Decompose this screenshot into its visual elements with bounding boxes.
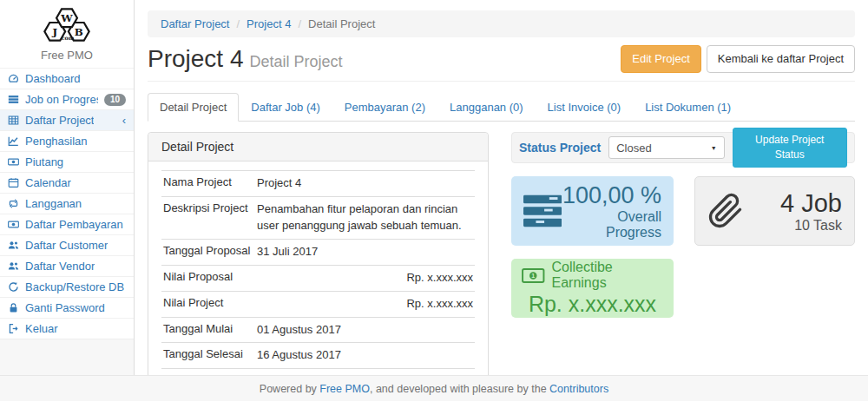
job-text: 4 Job 10 Task (780, 189, 842, 234)
table-row: Tanggal Mulai 01 Agustus 2017 (161, 317, 475, 343)
tab-list-invoice[interactable]: List Invoice (0) (536, 93, 634, 122)
sidebar-item-piutang[interactable]: Piutang (0, 151, 134, 172)
sidebar-item-ganti-password[interactable]: Ganti Password (0, 297, 134, 318)
tab-pembayaran[interactable]: Pembayaran (2) (332, 93, 437, 122)
sidebar-item-label: Daftar Vendor (25, 260, 95, 273)
sidebar-item-dashboard[interactable]: Dashboard (0, 68, 134, 89)
line-chart-icon (8, 135, 19, 147)
sign-out-icon (8, 323, 19, 334)
right-column: Status Project Closed ▼ Update Project S… (511, 132, 855, 375)
sidebar-item-label: Keluar (25, 322, 58, 335)
breadcrumb-project-4[interactable]: Project 4 (247, 17, 291, 30)
dashboard-icon (8, 73, 19, 84)
collectible-earnings-card: 1 Collectibe Earnings Rp. x.xxx.xxx (511, 259, 674, 318)
sidebar-item-label: Job on Progress (25, 93, 98, 106)
status-select[interactable]: Closed ▼ (608, 136, 724, 159)
earnings-value: Rp. x.xxx.xxx (520, 292, 665, 317)
users-icon (8, 260, 19, 272)
page-title: Project 4 (148, 45, 244, 72)
sidebar-item-langganan[interactable]: Langganan (0, 193, 134, 214)
sidebar-item-keluar[interactable]: Keluar (0, 318, 134, 339)
progress-text: 100,00 % Overall Progress (562, 182, 661, 240)
contributors-link[interactable]: Contributors (549, 383, 608, 395)
sidebar-item-label: Piutang (25, 155, 63, 168)
jwb-logo-icon: J W B .com (30, 6, 104, 44)
retweet-icon (8, 198, 19, 209)
summary-cards: 100,00 % Overall Progress 4 Job 10 Task (511, 176, 855, 246)
svg-text:B: B (75, 26, 83, 38)
sidebar-item-job-on-progress[interactable]: Job on Progress 10 (0, 89, 134, 109)
edit-project-button[interactable]: Edit Project (621, 45, 700, 73)
brand: J W B .com Free PMO (0, 0, 134, 68)
chevron-left-icon: ‹ (122, 115, 126, 126)
svg-text:W: W (60, 12, 73, 24)
sidebar-item-backup-restore-db[interactable]: Backup/Restore DB (0, 276, 134, 297)
breadcrumb-separator: / (229, 17, 247, 30)
tab-langganan[interactable]: Langganan (0) (437, 93, 536, 122)
sidebar-item-daftar-project[interactable]: Daftar Project ‹ (0, 109, 134, 130)
table-row: Nama Project Project 4 (161, 170, 475, 196)
sidebar-item-penghasilan[interactable]: Penghasilan (0, 130, 134, 151)
left-column: Detail Project Nama Project Project 4 De… (148, 132, 489, 375)
table-icon (8, 115, 19, 126)
detail-project-panel: Detail Project Nama Project Project 4 De… (148, 132, 489, 375)
sidebar-item-calendar[interactable]: Calendar (0, 172, 134, 193)
table-row: Status Closed (161, 368, 475, 375)
sidebar-item-label: Daftar Customer (25, 239, 108, 252)
sidebar-item-label: Dashboard (25, 72, 81, 85)
breadcrumb-daftar-project[interactable]: Daftar Project (161, 17, 229, 30)
table-row: Tanggal Proposal 31 Juli 2017 (161, 239, 475, 265)
select-arrow-icon: ▼ (711, 145, 717, 151)
free-pmo-link[interactable]: Free PMO (319, 383, 370, 395)
table-row: Deskripsi Project Penambahan fitur pelap… (161, 196, 475, 239)
svg-text:J: J (51, 26, 57, 38)
refresh-icon (8, 281, 19, 293)
job-count-badge: 10 (104, 94, 126, 106)
brand-name: Free PMO (0, 49, 134, 65)
sidebar-item-label: Daftar Project (25, 114, 94, 127)
money-icon (8, 219, 19, 230)
sidebar-top: J W B .com Free PMO Dashboard Job on Pro… (0, 0, 134, 339)
page-subtitle: Detail Project (250, 53, 343, 70)
table-row: Nilai Project Rp. x.xxx.xxx (161, 291, 475, 317)
sidebar: J W B .com Free PMO Dashboard Job on Pro… (0, 0, 135, 375)
sidebar-item-daftar-pembayaran[interactable]: Daftar Pembayaran (0, 214, 134, 234)
users-icon (8, 240, 19, 251)
overall-progress-card: 100,00 % Overall Progress (511, 176, 674, 246)
table-row: Tanggal Selesai 16 Agustus 2017 (161, 342, 475, 368)
money-icon: 1 (522, 267, 545, 284)
footer: Powered by Free PMO, and developed with … (0, 375, 868, 401)
task-count: 10 Task (780, 218, 842, 234)
progress-value: 100,00 % (562, 182, 661, 209)
panel-title: Detail Project (148, 133, 488, 161)
tasks-icon (523, 194, 562, 227)
sidebar-item-label: Langganan (25, 197, 82, 210)
sidebar-item-daftar-vendor[interactable]: Daftar Vendor (0, 255, 134, 276)
breadcrumb-current: Detail Project (308, 17, 375, 30)
tasks-icon (8, 94, 19, 105)
table-row: Nilai Proposal Rp. x.xxx.xxx (161, 265, 475, 291)
sidebar-menu: Dashboard Job on Progress 10 Daftar Proj… (0, 68, 134, 339)
sidebar-item-daftar-customer[interactable]: Daftar Customer (0, 234, 134, 255)
earnings-title: Collectibe Earnings (552, 260, 666, 291)
svg-text:1: 1 (531, 273, 535, 279)
page-header: Project 4Detail Project Edit Project Kem… (148, 37, 855, 82)
sidebar-item-label: Backup/Restore DB (25, 280, 124, 293)
job-summary-card: 4 Job 10 Task (694, 176, 855, 246)
progress-caption: Overall Progress (562, 209, 661, 240)
sidebar-item-label: Ganti Password (25, 301, 105, 314)
page-title-group: Project 4Detail Project (148, 46, 343, 73)
sidebar-item-label: Penghasilan (25, 135, 88, 148)
update-project-status-button[interactable]: Update Project Status (733, 128, 847, 168)
breadcrumb: Daftar Project / Project 4 / Detail Proj… (148, 10, 855, 37)
columns: Detail Project Nama Project Project 4 De… (148, 132, 855, 375)
tab-daftar-job[interactable]: Daftar Job (4) (239, 93, 332, 122)
tab-list-dokumen[interactable]: List Dokumen (1) (633, 93, 743, 122)
tab-detail-project[interactable]: Detail Project (148, 93, 239, 122)
status-project-label: Status Project (519, 141, 601, 155)
lock-icon (8, 302, 19, 313)
job-count: 4 Job (780, 189, 842, 218)
sidebar-item-label: Daftar Pembayaran (25, 218, 123, 231)
sidebar-item-label: Calendar (25, 176, 71, 189)
back-to-project-list-button[interactable]: Kembali ke daftar Project (707, 45, 855, 73)
